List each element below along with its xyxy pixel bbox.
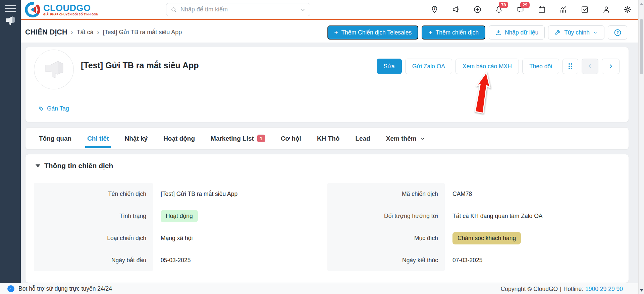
hotline-phone-link[interactable]: 1900 29 29 90	[585, 286, 623, 293]
breadcrumb-separator: ›	[71, 29, 73, 36]
section-divider	[32, 178, 622, 178]
chevron-right-icon	[607, 63, 614, 70]
chat-badge: 29	[520, 2, 530, 8]
send-zalo-oa-button[interactable]: Gửi Zalo OA	[405, 59, 452, 74]
tab-kh-tho[interactable]: KH Thô	[317, 128, 340, 149]
accent-divider	[21, 19, 644, 20]
wrench-icon	[554, 29, 561, 36]
field-label: Ngày bắt đầu	[34, 249, 153, 271]
hotline-label: Hotline:	[564, 286, 583, 293]
settings-gear-icon[interactable]	[623, 5, 632, 14]
megaphone-icon[interactable]	[451, 5, 461, 14]
tasks-icon[interactable]	[580, 5, 589, 14]
footer: Bot hỗ trợ sử dụng trực tuyến 24/24 Copy…	[0, 283, 638, 294]
bell-badge: 78	[499, 2, 508, 8]
vertical-scrollbar[interactable]	[638, 0, 644, 294]
follow-button[interactable]: Theo dõi	[522, 59, 559, 74]
bell-icon[interactable]: 78	[494, 5, 503, 14]
download-icon	[495, 29, 502, 36]
breadcrumb-module[interactable]: CHIẾN DỊCH	[25, 28, 67, 36]
plus-icon: +	[334, 29, 338, 36]
tab-bar: Tổng quan Chi tiết Nhật ký Hoạt động Mar…	[25, 128, 629, 149]
grid-dots-icon	[569, 63, 572, 69]
svg-text:?: ?	[616, 30, 619, 34]
toolbar: + Thêm Chiến dịch Telesales + Thêm chiến…	[327, 25, 627, 40]
collapse-icon	[36, 164, 40, 167]
search-icon	[170, 6, 177, 13]
breadcrumb-item-current: [Test] Gửi TB ra mắt siêu App	[103, 29, 182, 36]
plus-icon: +	[428, 29, 432, 36]
campaign-title: [Test] Gửi TB ra mắt siêu App	[81, 61, 199, 70]
field-label-column-right: Mã chiến dịch Đối tượng hướng tới Mục đí…	[327, 183, 445, 271]
previous-record-button[interactable]	[582, 59, 598, 74]
field-value-campaign-type: Mạng xã hội	[161, 227, 193, 249]
field-label: Mã chiến dịch	[327, 183, 445, 205]
tab-tong-quan[interactable]: Tổng quan	[39, 128, 71, 149]
chevron-down-icon[interactable]	[300, 7, 306, 13]
search-input[interactable]	[180, 6, 297, 13]
field-label: Ngày kết thúc	[327, 249, 445, 271]
breadcrumb-bar: CHIẾN DỊCH › Tất cả › [Test] Gửi TB ra m…	[21, 20, 638, 43]
field-value-purpose: Chăm sóc khách hàng	[452, 227, 521, 249]
import-data-button[interactable]: Nhập dữ liệu	[489, 25, 545, 40]
field-value-start-date: 05-03-2025	[161, 249, 191, 271]
location-question-icon[interactable]: ?	[430, 5, 439, 14]
chevron-down-icon	[593, 30, 598, 35]
next-record-button[interactable]	[602, 59, 620, 74]
field-value-campaign-code: CAM78	[452, 183, 472, 205]
field-label-column-left: Tên chiến dịch Tình trạng Loại chiến dịc…	[34, 183, 153, 271]
more-actions-button[interactable]	[562, 59, 578, 74]
copyright-area: Copyright © CloudGO | Hotline: 1900 29 2…	[501, 286, 623, 293]
tab-lead[interactable]: Lead	[355, 128, 370, 149]
breadcrumb: CHIẾN DỊCH › Tất cả › [Test] Gửi TB ra m…	[25, 28, 182, 36]
calendar-icon[interactable]	[537, 5, 546, 14]
tab-marketing-list[interactable]: Marketing List 1	[211, 128, 265, 149]
chevron-down-icon	[420, 136, 425, 141]
assign-tag-link[interactable]: Gán Tag	[38, 105, 69, 112]
global-search[interactable]	[166, 3, 310, 16]
add-telesales-campaign-button[interactable]: + Thêm Chiến dịch Telesales	[327, 25, 418, 40]
tab-hoat-dong[interactable]: Hoạt động	[163, 128, 195, 149]
campaign-header-card: [Test] Gửi TB ra mắt siêu App Gán Tag Sử…	[25, 47, 629, 122]
edit-button[interactable]: Sửa	[377, 59, 402, 74]
scrollbar-down-arrow[interactable]	[640, 289, 643, 292]
section-title: Thông tin chiến dịch	[44, 162, 113, 170]
scrollbar-thumb[interactable]	[640, 19, 643, 74]
analytics-icon[interactable]	[559, 5, 568, 14]
hamburger-menu-icon[interactable]	[5, 5, 16, 13]
customize-button[interactable]: Tùy chỉnh	[548, 25, 604, 40]
sidebar-campaign-megaphone-icon[interactable]	[5, 16, 16, 25]
question-circle-icon: ?	[613, 28, 622, 37]
campaign-tabs-card: Tổng quan Chi tiết Nhật ký Hoạt động Mar…	[25, 127, 629, 150]
tab-chi-tiet[interactable]: Chi tiết	[87, 128, 109, 149]
user-icon[interactable]	[602, 5, 611, 14]
help-button[interactable]: ?	[608, 25, 627, 40]
svg-text:?: ?	[433, 7, 435, 10]
tab-nhat-ky[interactable]: Nhật ký	[124, 128, 148, 149]
plus-circle-icon[interactable]	[473, 5, 482, 14]
campaign-info-card: Thông tin chiến dịch Tên chiến dịch Tình…	[25, 154, 629, 283]
field-value-campaign-name: [Test] Gửi TB ra mắt siêu App	[161, 183, 237, 205]
scrollbar-up-arrow[interactable]	[640, 3, 643, 5]
messenger-icon[interactable]	[7, 285, 15, 293]
marketing-list-count-badge: 1	[257, 135, 265, 142]
support-bot-text: Bot hỗ trợ sử dụng trực tuyến 24/24	[18, 285, 112, 292]
cloudgo-logo-icon	[25, 2, 41, 17]
section-header[interactable]: Thông tin chiến dịch	[36, 162, 113, 170]
logo-text: CLOUDGO	[43, 3, 98, 13]
field-label: Mục đích	[327, 227, 445, 249]
footer-separator: |	[560, 286, 561, 293]
tab-xem-them[interactable]: Xem thêm	[386, 128, 425, 149]
purpose-badge: Chăm sóc khách hàng	[452, 232, 521, 244]
chevron-left-icon	[587, 63, 593, 70]
add-campaign-button[interactable]: + Thêm chiến dịch	[422, 25, 485, 40]
field-label: Tình trạng	[34, 205, 153, 227]
field-value-end-date: 07-03-2025	[452, 249, 483, 271]
campaign-avatar[interactable]	[34, 50, 74, 89]
tab-co-hoi[interactable]: Cơ hội	[281, 128, 301, 149]
tag-icon	[38, 105, 45, 112]
field-label: Tên chiến dịch	[34, 183, 153, 205]
chat-icon[interactable]: 29	[516, 5, 525, 14]
breadcrumb-item-all[interactable]: Tất cả	[76, 29, 93, 36]
topbar-icon-group: ? 78 29	[430, 5, 632, 14]
